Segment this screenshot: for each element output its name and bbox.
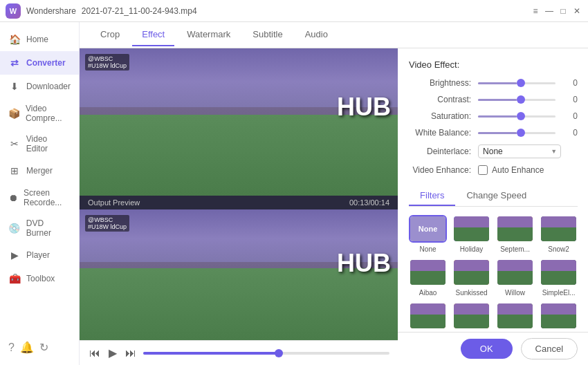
deinterlace-label: Deinterlace: (409, 147, 478, 156)
filter-simpleel-inner (541, 260, 576, 285)
skip-forward-button[interactable]: ⏭ (124, 346, 138, 361)
filter-thumb-none: None (409, 215, 447, 243)
filter-thumb-holiday (452, 215, 490, 243)
sidebar-item-downloader[interactable]: ⬇ Downloader (0, 75, 79, 98)
maximize-button[interactable]: □ (558, 6, 569, 17)
field-bottom (80, 268, 398, 340)
filter-item-simpleel[interactable]: SimpleEl... (540, 259, 578, 297)
deinterlace-row: Deinterlace: None Blend Bob Discard Line… (409, 144, 578, 158)
white-balance-row: White Balance: 0 (409, 128, 578, 138)
tab-effect[interactable]: Effect (132, 24, 174, 46)
white-balance-slider[interactable] (478, 132, 555, 134)
filter-item-aibao[interactable]: Aibao (409, 259, 447, 297)
filter-tab-change-speed[interactable]: Change Speed (455, 186, 538, 206)
saturation-slider[interactable] (478, 115, 555, 118)
brightness-thumb (517, 79, 525, 87)
filter-item-septem[interactable]: Septem... (496, 215, 534, 253)
filter-tab-filters[interactable]: Filters (409, 186, 455, 206)
filter-item-willow[interactable]: Willow (496, 259, 534, 297)
toolbox-icon: 🧰 (8, 272, 21, 285)
sidebar-item-converter[interactable]: ⇄ Converter (0, 51, 79, 75)
filter-item-snow2[interactable]: Snow2 (540, 215, 578, 253)
filter-row3b-inner (454, 303, 489, 328)
sidebar-item-screen-recorder[interactable]: ⏺ Screen Recorde... (0, 182, 79, 213)
saturation-label: Saturation: (409, 111, 478, 121)
converter-icon: ⇄ (8, 57, 21, 69)
sidebar-label-dvd: DVD Burner (26, 218, 71, 238)
menu-button[interactable]: ≡ (530, 6, 541, 17)
deinterlace-select[interactable]: None Blend Bob Discard Linear (478, 144, 561, 158)
skip-back-button[interactable]: ⏮ (88, 346, 102, 361)
sidebar-item-video-editor[interactable]: ✂ Video Editor (0, 129, 79, 159)
filter-thumb-sunkissed (452, 259, 490, 286)
sidebar-item-home[interactable]: 🏠 Home (0, 28, 79, 51)
minimize-button[interactable]: — (544, 6, 555, 17)
title-bar-left: W Wondershare 2021-07-21_11-00-24-943.mp… (6, 3, 197, 19)
tab-audio[interactable]: Audio (295, 24, 338, 46)
tab-watermark[interactable]: Watermark (177, 24, 240, 46)
progress-fill (143, 352, 279, 355)
video-divider: Output Preview 00:13/00:14 (80, 196, 398, 209)
filter-item-row3b[interactable] (452, 302, 490, 332)
video-area: HUB @WBSC#U18W ldCup Output Preview 00:1… (80, 48, 398, 365)
filter-septem-inner (497, 216, 533, 241)
home-icon: 🏠 (8, 33, 21, 46)
filter-thumb-row3d (540, 302, 578, 330)
filter-row3d-inner (541, 303, 576, 328)
white-balance-fill (478, 132, 517, 134)
sidebar-item-video-compress[interactable]: 📦 Video Compre... (0, 98, 79, 129)
contrast-slider[interactable] (478, 99, 555, 101)
hub-text-top: HUB (337, 93, 391, 122)
brightness-fill (478, 82, 517, 84)
tab-subtitle[interactable]: Subtitle (243, 24, 292, 46)
filter-item-row3c[interactable] (496, 302, 534, 332)
editor-icon: ✂ (8, 138, 21, 150)
sidebar-item-merger[interactable]: ⊞ Merger (0, 159, 79, 182)
video-frame-top: HUB @WBSC#U18W ldCup (80, 48, 398, 196)
sidebar-label-player: Player (26, 250, 50, 260)
filter-label-simpleel: SimpleEl... (542, 289, 576, 297)
cancel-button[interactable]: Cancel (521, 338, 578, 359)
filter-label-sunkissed: Sunkissed (455, 289, 487, 297)
compress-icon: 📦 (8, 107, 20, 120)
sidebar-item-dvd-burner[interactable]: 💿 DVD Burner (0, 213, 79, 243)
output-preview-label: Output Preview (88, 198, 140, 207)
title-bar: W Wondershare 2021-07-21_11-00-24-943.mp… (0, 0, 588, 22)
content-area: Crop Effect Watermark Subtitle Audio HUB… (80, 22, 588, 365)
filter-thumb-row3a (409, 302, 447, 330)
filter-holiday-inner (454, 216, 489, 241)
filter-item-none[interactable]: None None (409, 215, 447, 253)
window-controls[interactable]: ≡ — □ ✕ (530, 6, 582, 17)
filter-item-sunkissed[interactable]: Sunkissed (452, 259, 490, 297)
video-bg-top: HUB @WBSC#U18W ldCup (80, 48, 398, 196)
deinterlace-select-wrapper: None Blend Bob Discard Linear (478, 144, 561, 158)
file-name: 2021-07-21_11-00-24-943.mp4 (82, 6, 197, 16)
wbsc-badge-bottom: @WBSC#U18W ldCup (85, 215, 129, 232)
ok-button[interactable]: OK (461, 339, 513, 359)
filter-thumb-aibao (409, 259, 447, 286)
filter-thumb-row3c (496, 302, 534, 330)
close-button[interactable]: ✕ (571, 6, 582, 17)
sidebar-label-toolbox: Toolbox (26, 274, 55, 283)
auto-enhance-checkbox[interactable] (478, 165, 488, 175)
play-button[interactable]: ▶ (107, 345, 118, 361)
brightness-slider[interactable] (478, 82, 555, 84)
video-effect-label: Video Effect: (409, 59, 578, 70)
filter-item-row3a[interactable] (409, 302, 447, 332)
progress-bar[interactable] (143, 352, 389, 355)
tab-crop[interactable]: Crop (91, 24, 129, 46)
sidebar-bottom: ? 🔔 ↻ (0, 335, 79, 359)
saturation-value: 0 (561, 111, 578, 121)
sidebar-label-home: Home (26, 35, 48, 44)
refresh-icon: ↻ (39, 341, 48, 354)
app-name: Wondershare (26, 6, 76, 16)
sidebar-item-toolbox[interactable]: 🧰 Toolbox (0, 267, 79, 290)
filter-item-row3d[interactable] (540, 302, 578, 332)
contrast-fill (478, 99, 517, 101)
filter-item-holiday[interactable]: Holiday (452, 215, 490, 253)
brightness-row: Brightness: 0 (409, 78, 578, 88)
sidebar-help[interactable]: ? 🔔 ↻ (0, 335, 79, 359)
contrast-row: Contrast: 0 (409, 95, 578, 104)
brightness-value: 0 (561, 78, 578, 88)
sidebar-item-player[interactable]: ▶ Player (0, 243, 79, 267)
